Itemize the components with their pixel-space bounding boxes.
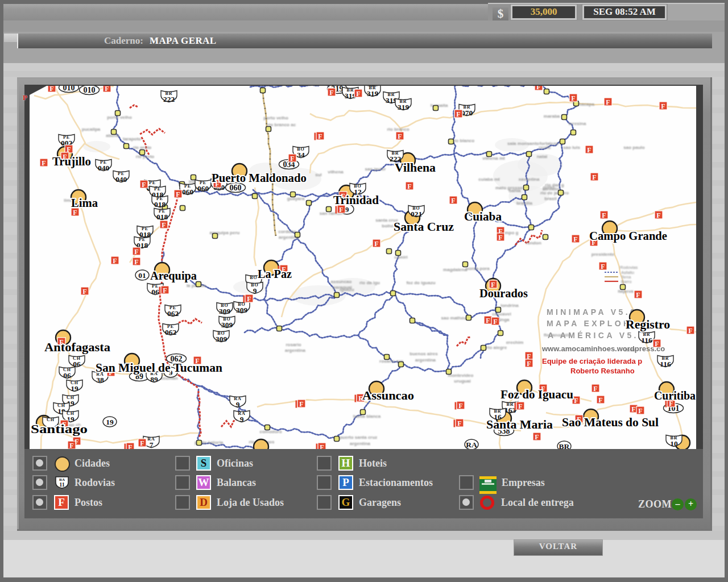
svg-text:F: F bbox=[458, 402, 462, 410]
svg-text:F: F bbox=[456, 110, 460, 118]
svg-text:F: F bbox=[113, 257, 117, 265]
svg-text:F: F bbox=[162, 221, 166, 229]
svg-text:maraba: maraba bbox=[544, 114, 560, 119]
svg-text:116: 116 bbox=[641, 336, 652, 344]
svg-text:018: 018 bbox=[156, 213, 168, 221]
svg-text:foz do iguazu: foz do iguazu bbox=[406, 280, 435, 285]
svg-text:062: 062 bbox=[167, 309, 179, 318]
svg-text:rio preto: rio preto bbox=[133, 145, 152, 150]
svg-text:Arequipa: Arequipa bbox=[150, 269, 197, 282]
svg-text:rio branco: rio branco bbox=[387, 127, 409, 132]
svg-text:brasilia: brasilia bbox=[516, 201, 533, 206]
svg-text:sao paulo: sao paulo bbox=[623, 145, 644, 150]
svg-text:F: F bbox=[587, 146, 591, 154]
svg-text:F: F bbox=[638, 407, 642, 415]
svg-text:La Paz: La Paz bbox=[258, 267, 292, 281]
svg-text:Roberto Restanho: Roberto Restanho bbox=[570, 367, 635, 375]
svg-text:F: F bbox=[290, 155, 294, 163]
svg-text:Santa Cruz: Santa Cruz bbox=[394, 220, 454, 234]
svg-text:309: 309 bbox=[221, 321, 233, 329]
svg-text:buenos aires: buenos aires bbox=[410, 351, 438, 356]
svg-text:pucallpa: pucallpa bbox=[82, 127, 101, 132]
svg-text:F: F bbox=[457, 419, 461, 427]
svg-text:cuiaba mt: cuiaba mt bbox=[478, 177, 500, 182]
svg-text:F: F bbox=[318, 132, 322, 140]
svg-text:040: 040 bbox=[98, 164, 110, 172]
svg-text:vilhena mt: vilhena mt bbox=[482, 156, 505, 161]
svg-text:021: 021 bbox=[411, 210, 423, 218]
svg-text:montevideo: montevideo bbox=[448, 373, 474, 378]
svg-text:F: F bbox=[661, 102, 665, 110]
svg-text:F: F bbox=[398, 132, 402, 140]
svg-text:F: F bbox=[320, 443, 324, 450]
svg-text:319: 319 bbox=[398, 103, 410, 111]
svg-text:062: 062 bbox=[165, 328, 177, 336]
svg-text:309: 309 bbox=[236, 306, 248, 314]
svg-text:F: F bbox=[67, 146, 71, 153]
svg-text:11: 11 bbox=[59, 481, 64, 488]
svg-text:tarapoto: tarapoto bbox=[123, 136, 141, 142]
svg-text:assuncao: assuncao bbox=[331, 279, 352, 284]
svg-text:rio da lgu: rio da lgu bbox=[359, 280, 380, 285]
svg-text:19: 19 bbox=[106, 418, 114, 426]
svg-text:Trinidad: Trinidad bbox=[333, 193, 379, 207]
svg-text:magdalena: magdalena bbox=[443, 267, 467, 272]
svg-text:222: 222 bbox=[163, 95, 175, 103]
svg-text:F: F bbox=[134, 258, 138, 266]
svg-text:brasil: brasil bbox=[544, 196, 556, 201]
svg-text:www.amocaminhoes.wordpress.co: www.amocaminhoes.wordpress.co bbox=[541, 344, 665, 353]
svg-text:Cuiaba: Cuiaba bbox=[464, 210, 502, 223]
svg-text:F: F bbox=[451, 197, 455, 205]
svg-text:F: F bbox=[601, 263, 605, 271]
svg-text:116: 116 bbox=[660, 360, 671, 368]
svg-text:F: F bbox=[486, 317, 490, 325]
svg-text:Lima: Lima bbox=[71, 196, 98, 210]
svg-text:F: F bbox=[247, 295, 251, 303]
svg-text:060: 060 bbox=[230, 184, 242, 192]
svg-text:F: F bbox=[140, 439, 144, 447]
svg-text:F: F bbox=[602, 211, 606, 219]
svg-text:F: F bbox=[631, 405, 635, 413]
svg-text:RA: RA bbox=[466, 440, 477, 449]
svg-text:mato grosso: mato grosso bbox=[495, 185, 523, 190]
svg-text:comodoro: comodoro bbox=[259, 429, 282, 434]
svg-text:puerto santa cruz: puerto santa cruz bbox=[340, 435, 378, 440]
svg-text:F: F bbox=[655, 340, 659, 348]
svg-text:F: F bbox=[527, 360, 531, 368]
svg-text:iguazu: iguazu bbox=[340, 287, 354, 292]
svg-text:F: F bbox=[606, 98, 610, 106]
svg-text:163: 163 bbox=[504, 406, 516, 414]
svg-text:presidente: presidente bbox=[592, 252, 615, 257]
svg-text:319: 319 bbox=[367, 89, 379, 98]
svg-text:06: 06 bbox=[151, 288, 159, 296]
svg-text:natal: natal bbox=[537, 154, 548, 159]
svg-text:rondon: rondon bbox=[526, 240, 541, 246]
svg-text:Rodovias: Rodovias bbox=[620, 265, 638, 270]
svg-text:cascavel: cascavel bbox=[492, 311, 511, 317]
svg-text:argentina: argentina bbox=[350, 441, 371, 446]
svg-text:recife: recife bbox=[539, 145, 551, 150]
svg-text:89: 89 bbox=[150, 375, 158, 384]
svg-text:Registro: Registro bbox=[626, 318, 670, 331]
svg-text:Sao Mateus do Sul: Sao Mateus do Sul bbox=[562, 415, 659, 429]
svg-text:ponta pora: ponta pora bbox=[466, 266, 490, 271]
svg-text:vilhena: vilhena bbox=[328, 169, 344, 174]
svg-text:010: 010 bbox=[84, 86, 96, 94]
svg-text:sala monsanto: sala monsanto bbox=[507, 141, 539, 146]
svg-text:sao matheus: sao matheus bbox=[441, 315, 469, 321]
svg-text:018: 018 bbox=[154, 200, 166, 209]
svg-text:guayara: guayara bbox=[287, 196, 305, 201]
svg-text:F: F bbox=[407, 182, 411, 190]
svg-text:01: 01 bbox=[138, 271, 146, 280]
svg-text:porto velho: porto velho bbox=[263, 115, 288, 120]
svg-text:Puerto Maldonado: Puerto Maldonado bbox=[212, 171, 307, 185]
svg-text:F: F bbox=[493, 318, 497, 326]
svg-text:9: 9 bbox=[240, 415, 244, 423]
svg-text:F: F bbox=[142, 181, 146, 189]
svg-text:F: F bbox=[498, 234, 502, 242]
svg-text:F: F bbox=[688, 327, 692, 335]
svg-text:060: 060 bbox=[182, 188, 194, 196]
svg-text:F: F bbox=[593, 385, 597, 393]
svg-text:F: F bbox=[636, 291, 640, 299]
svg-text:F: F bbox=[128, 443, 132, 450]
